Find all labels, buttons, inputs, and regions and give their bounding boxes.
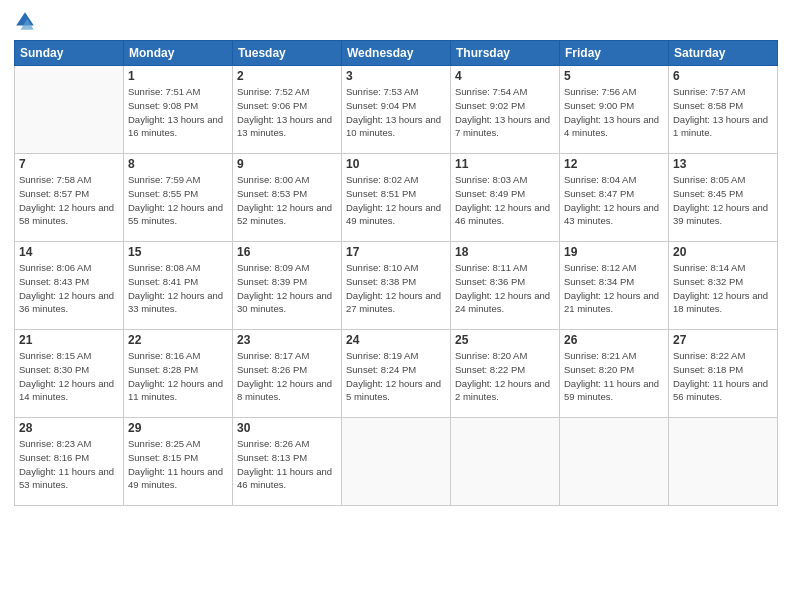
- day-cell: 1Sunrise: 7:51 AMSunset: 9:08 PMDaylight…: [124, 66, 233, 154]
- daylight-text: Daylight: 13 hours and 4 minutes.: [564, 113, 664, 141]
- day-cell: 28Sunrise: 8:23 AMSunset: 8:16 PMDayligh…: [15, 418, 124, 506]
- sunrise-text: Sunrise: 7:53 AM: [346, 85, 446, 99]
- sunset-text: Sunset: 8:38 PM: [346, 275, 446, 289]
- day-info: Sunrise: 8:10 AMSunset: 8:38 PMDaylight:…: [346, 261, 446, 316]
- week-row-5: 28Sunrise: 8:23 AMSunset: 8:16 PMDayligh…: [15, 418, 778, 506]
- col-header-tuesday: Tuesday: [233, 41, 342, 66]
- day-info: Sunrise: 8:08 AMSunset: 8:41 PMDaylight:…: [128, 261, 228, 316]
- day-number: 13: [673, 157, 773, 171]
- sunset-text: Sunset: 8:18 PM: [673, 363, 773, 377]
- col-header-sunday: Sunday: [15, 41, 124, 66]
- sunset-text: Sunset: 8:20 PM: [564, 363, 664, 377]
- daylight-text: Daylight: 12 hours and 2 minutes.: [455, 377, 555, 405]
- day-cell: 9Sunrise: 8:00 AMSunset: 8:53 PMDaylight…: [233, 154, 342, 242]
- col-header-monday: Monday: [124, 41, 233, 66]
- sunset-text: Sunset: 8:28 PM: [128, 363, 228, 377]
- day-cell: 2Sunrise: 7:52 AMSunset: 9:06 PMDaylight…: [233, 66, 342, 154]
- sunrise-text: Sunrise: 8:05 AM: [673, 173, 773, 187]
- sunrise-text: Sunrise: 8:19 AM: [346, 349, 446, 363]
- day-cell: 21Sunrise: 8:15 AMSunset: 8:30 PMDayligh…: [15, 330, 124, 418]
- daylight-text: Daylight: 12 hours and 11 minutes.: [128, 377, 228, 405]
- day-number: 12: [564, 157, 664, 171]
- day-info: Sunrise: 8:19 AMSunset: 8:24 PMDaylight:…: [346, 349, 446, 404]
- day-info: Sunrise: 8:20 AMSunset: 8:22 PMDaylight:…: [455, 349, 555, 404]
- logo-icon: [14, 10, 36, 32]
- day-number: 29: [128, 421, 228, 435]
- daylight-text: Daylight: 11 hours and 56 minutes.: [673, 377, 773, 405]
- day-info: Sunrise: 8:15 AMSunset: 8:30 PMDaylight:…: [19, 349, 119, 404]
- sunrise-text: Sunrise: 7:56 AM: [564, 85, 664, 99]
- day-cell: 10Sunrise: 8:02 AMSunset: 8:51 PMDayligh…: [342, 154, 451, 242]
- calendar-table: SundayMondayTuesdayWednesdayThursdayFrid…: [14, 40, 778, 506]
- day-info: Sunrise: 8:11 AMSunset: 8:36 PMDaylight:…: [455, 261, 555, 316]
- sunrise-text: Sunrise: 8:23 AM: [19, 437, 119, 451]
- sunrise-text: Sunrise: 8:22 AM: [673, 349, 773, 363]
- daylight-text: Daylight: 12 hours and 30 minutes.: [237, 289, 337, 317]
- page: SundayMondayTuesdayWednesdayThursdayFrid…: [0, 0, 792, 612]
- sunrise-text: Sunrise: 8:06 AM: [19, 261, 119, 275]
- day-number: 2: [237, 69, 337, 83]
- day-cell: 4Sunrise: 7:54 AMSunset: 9:02 PMDaylight…: [451, 66, 560, 154]
- day-info: Sunrise: 8:04 AMSunset: 8:47 PMDaylight:…: [564, 173, 664, 228]
- sunrise-text: Sunrise: 7:59 AM: [128, 173, 228, 187]
- week-row-2: 7Sunrise: 7:58 AMSunset: 8:57 PMDaylight…: [15, 154, 778, 242]
- sunrise-text: Sunrise: 8:03 AM: [455, 173, 555, 187]
- col-header-friday: Friday: [560, 41, 669, 66]
- sunrise-text: Sunrise: 8:12 AM: [564, 261, 664, 275]
- day-info: Sunrise: 8:02 AMSunset: 8:51 PMDaylight:…: [346, 173, 446, 228]
- day-cell: 27Sunrise: 8:22 AMSunset: 8:18 PMDayligh…: [669, 330, 778, 418]
- sunrise-text: Sunrise: 8:21 AM: [564, 349, 664, 363]
- day-number: 28: [19, 421, 119, 435]
- col-header-saturday: Saturday: [669, 41, 778, 66]
- daylight-text: Daylight: 13 hours and 7 minutes.: [455, 113, 555, 141]
- day-cell: 3Sunrise: 7:53 AMSunset: 9:04 PMDaylight…: [342, 66, 451, 154]
- day-cell: 7Sunrise: 7:58 AMSunset: 8:57 PMDaylight…: [15, 154, 124, 242]
- sunset-text: Sunset: 8:24 PM: [346, 363, 446, 377]
- day-cell: 25Sunrise: 8:20 AMSunset: 8:22 PMDayligh…: [451, 330, 560, 418]
- day-info: Sunrise: 8:23 AMSunset: 8:16 PMDaylight:…: [19, 437, 119, 492]
- day-info: Sunrise: 7:59 AMSunset: 8:55 PMDaylight:…: [128, 173, 228, 228]
- day-number: 19: [564, 245, 664, 259]
- day-info: Sunrise: 8:05 AMSunset: 8:45 PMDaylight:…: [673, 173, 773, 228]
- day-info: Sunrise: 7:53 AMSunset: 9:04 PMDaylight:…: [346, 85, 446, 140]
- sunset-text: Sunset: 8:13 PM: [237, 451, 337, 465]
- col-header-thursday: Thursday: [451, 41, 560, 66]
- day-info: Sunrise: 8:26 AMSunset: 8:13 PMDaylight:…: [237, 437, 337, 492]
- sunrise-text: Sunrise: 7:52 AM: [237, 85, 337, 99]
- day-info: Sunrise: 7:56 AMSunset: 9:00 PMDaylight:…: [564, 85, 664, 140]
- sunset-text: Sunset: 8:22 PM: [455, 363, 555, 377]
- day-number: 3: [346, 69, 446, 83]
- day-cell: 30Sunrise: 8:26 AMSunset: 8:13 PMDayligh…: [233, 418, 342, 506]
- day-info: Sunrise: 7:54 AMSunset: 9:02 PMDaylight:…: [455, 85, 555, 140]
- day-cell: 17Sunrise: 8:10 AMSunset: 8:38 PMDayligh…: [342, 242, 451, 330]
- day-cell: 19Sunrise: 8:12 AMSunset: 8:34 PMDayligh…: [560, 242, 669, 330]
- day-number: 27: [673, 333, 773, 347]
- day-number: 23: [237, 333, 337, 347]
- day-cell: 11Sunrise: 8:03 AMSunset: 8:49 PMDayligh…: [451, 154, 560, 242]
- day-cell: 12Sunrise: 8:04 AMSunset: 8:47 PMDayligh…: [560, 154, 669, 242]
- week-row-1: 1Sunrise: 7:51 AMSunset: 9:08 PMDaylight…: [15, 66, 778, 154]
- day-cell: [560, 418, 669, 506]
- day-cell: 20Sunrise: 8:14 AMSunset: 8:32 PMDayligh…: [669, 242, 778, 330]
- sunrise-text: Sunrise: 7:58 AM: [19, 173, 119, 187]
- daylight-text: Daylight: 13 hours and 1 minute.: [673, 113, 773, 141]
- sunset-text: Sunset: 8:47 PM: [564, 187, 664, 201]
- day-cell: 29Sunrise: 8:25 AMSunset: 8:15 PMDayligh…: [124, 418, 233, 506]
- day-info: Sunrise: 8:16 AMSunset: 8:28 PMDaylight:…: [128, 349, 228, 404]
- sunset-text: Sunset: 8:39 PM: [237, 275, 337, 289]
- daylight-text: Daylight: 12 hours and 27 minutes.: [346, 289, 446, 317]
- day-number: 17: [346, 245, 446, 259]
- daylight-text: Daylight: 12 hours and 5 minutes.: [346, 377, 446, 405]
- sunset-text: Sunset: 8:43 PM: [19, 275, 119, 289]
- day-number: 14: [19, 245, 119, 259]
- day-cell: [669, 418, 778, 506]
- sunrise-text: Sunrise: 8:04 AM: [564, 173, 664, 187]
- day-number: 18: [455, 245, 555, 259]
- day-info: Sunrise: 8:06 AMSunset: 8:43 PMDaylight:…: [19, 261, 119, 316]
- sunrise-text: Sunrise: 8:02 AM: [346, 173, 446, 187]
- daylight-text: Daylight: 11 hours and 59 minutes.: [564, 377, 664, 405]
- sunset-text: Sunset: 8:49 PM: [455, 187, 555, 201]
- daylight-text: Daylight: 12 hours and 24 minutes.: [455, 289, 555, 317]
- day-number: 11: [455, 157, 555, 171]
- day-info: Sunrise: 8:25 AMSunset: 8:15 PMDaylight:…: [128, 437, 228, 492]
